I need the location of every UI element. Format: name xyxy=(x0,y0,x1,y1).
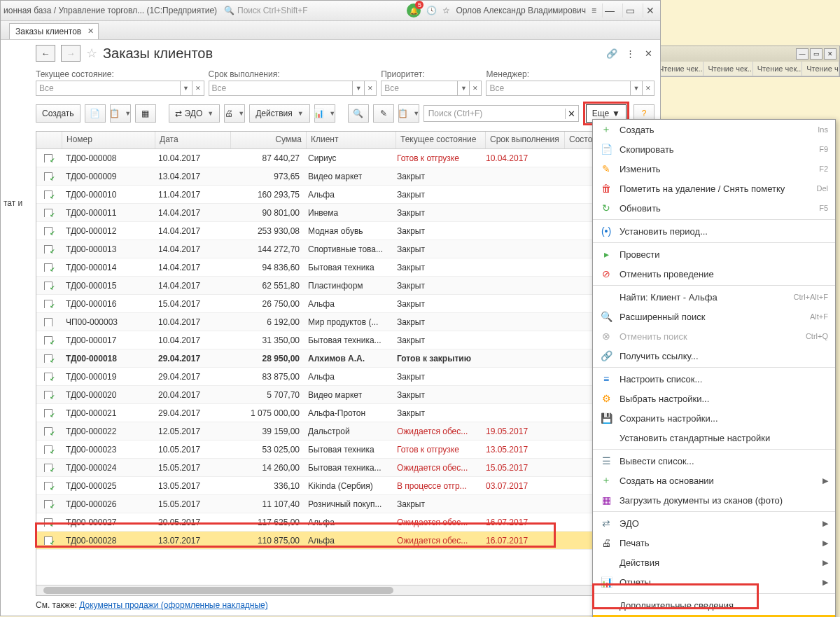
menu-item[interactable]: Установить стандартные настройки xyxy=(593,428,835,448)
menu-item[interactable]: Действия▶ xyxy=(593,553,835,572)
bg-close[interactable]: ✕ xyxy=(824,48,836,60)
tab-close-icon[interactable]: ✕ xyxy=(88,27,94,36)
menu-item[interactable]: 🔗Получить ссылку... xyxy=(593,346,835,366)
menu-item[interactable]: 🗑Пометить на удаление / Снять пометкуDel xyxy=(593,179,835,198)
star-icon[interactable]: ☆ xyxy=(442,6,450,15)
table-row[interactable]: ТД00-00000913.04.2017973,65Видео маркетЗ… xyxy=(36,167,654,186)
maximize-button[interactable]: ▭ xyxy=(622,4,637,18)
clear-icon[interactable]: ✕ xyxy=(364,81,376,95)
menu-item[interactable]: 📄СкопироватьF9 xyxy=(593,139,835,159)
dropdown-icon[interactable]: ▼ xyxy=(630,81,642,95)
menu-item[interactable]: 🖨Печать▶ xyxy=(593,533,835,553)
table-row[interactable]: ТД00-00001414.04.201794 836,60Бытовая те… xyxy=(36,258,654,277)
table-row[interactable]: ЧП00-00000310.04.20176 192,00Мир продукт… xyxy=(36,313,654,331)
menu-item[interactable]: ✎ИзменитьF2 xyxy=(593,159,835,179)
menu-item[interactable]: ≡Настроить список... xyxy=(593,369,835,389)
print-button[interactable]: 🖨▼ xyxy=(224,104,245,123)
scrollbar-horizontal[interactable] xyxy=(36,585,654,595)
table-row[interactable]: ТД00-00002720.05.2017117 625,00АльфаОжид… xyxy=(36,513,654,532)
page-close-icon[interactable]: ✕ xyxy=(642,47,654,60)
bg-maximize[interactable]: ▭ xyxy=(810,48,822,60)
table-row[interactable]: ТД00-00002129.04.20171 075 000,00Альфа-П… xyxy=(36,404,654,422)
filter-due-input[interactable]: Все▼✕ xyxy=(209,81,377,96)
create-button[interactable]: Создать xyxy=(36,104,80,123)
table-row[interactable]: ТД00-00000810.04.201787 440,27СириусГото… xyxy=(36,149,654,167)
table-body[interactable]: ТД00-00000810.04.201787 440,27СириусГото… xyxy=(36,149,654,585)
notifications-badge[interactable]: 🔔5 xyxy=(407,4,421,18)
menu-item[interactable]: ⊘Отменить проведение xyxy=(593,264,835,284)
link-icon[interactable]: 🔗 xyxy=(606,47,618,60)
menu-item[interactable]: 💾Сохранить настройки... xyxy=(593,408,835,428)
filter-manager-input[interactable]: Все▼✕ xyxy=(486,81,654,96)
menu-item[interactable]: ＋Создать на основании▶ xyxy=(593,471,835,490)
dropdown-icon[interactable]: ▼ xyxy=(180,81,192,95)
menu-item[interactable]: 📊Отчеты▶ xyxy=(593,572,835,592)
search-clear-icon[interactable]: ✕ xyxy=(565,109,578,119)
reports-button[interactable]: 📊▼ xyxy=(314,104,335,123)
col-number[interactable]: Номер xyxy=(62,132,155,148)
filter-priority-input[interactable]: Все▼✕ xyxy=(381,81,482,96)
table-row[interactable]: ТД00-00001929.04.201783 875,00АльфаЗакры… xyxy=(36,368,654,386)
user-name[interactable]: Орлов Александр Владимирович xyxy=(456,6,586,15)
favorite-star-icon[interactable]: ☆ xyxy=(86,46,97,61)
col-state[interactable]: Текущее состояние xyxy=(396,132,486,148)
menu-item[interactable]: ⚙Выбрать настройки... xyxy=(593,389,835,408)
table-search[interactable]: Поиск (Ctrl+F) ✕ xyxy=(424,105,579,122)
menu-item[interactable]: ⇄ЭДО▶ xyxy=(593,513,835,533)
tab-orders[interactable]: Заказы клиентов ✕ xyxy=(9,23,99,39)
edo-button[interactable]: ⇄ ЭДО▼ xyxy=(169,104,220,123)
menu-item[interactable]: (•)Установить период... xyxy=(593,221,835,241)
table-row[interactable]: ТД00-00001011.04.2017160 293,75АльфаЗакр… xyxy=(36,186,654,204)
status-button[interactable]: 📋▼ xyxy=(110,104,131,123)
table-row[interactable]: ТД00-00001710.04.201731 350,00Бытовая те… xyxy=(36,331,654,349)
table-row[interactable]: ТД00-00002813.07.2017110 875,00АльфаОжид… xyxy=(36,532,654,550)
menu-item[interactable]: ↻ОбновитьF5 xyxy=(593,198,835,218)
menu-item[interactable]: 🔍Расширенный поискAlt+F xyxy=(593,307,835,326)
table-row[interactable]: ТД00-00001829.04.201728 950,00Алхимов А.… xyxy=(36,349,654,368)
bg-tab[interactable]: Чтение ч xyxy=(802,62,839,76)
nav-forward-button[interactable]: → xyxy=(61,45,80,62)
see-also-link[interactable]: Документы продажи (оформленные накладные… xyxy=(79,600,268,610)
based-on-button[interactable]: 📋▼ xyxy=(398,104,419,123)
clear-icon[interactable]: ✕ xyxy=(642,81,654,95)
nav-back-button[interactable]: ← xyxy=(36,45,55,62)
bg-tab[interactable]: Чтение чек... xyxy=(753,62,802,76)
menu-item[interactable]: ＋СоздатьIns xyxy=(593,120,835,139)
dropdown-icon[interactable]: ▼ xyxy=(457,81,469,95)
menu-item[interactable]: ⊗Отменить поискCtrl+Q xyxy=(593,326,835,346)
more-dots-icon[interactable]: ⋮ xyxy=(624,47,636,60)
table-row[interactable]: ТД00-00001514.04.201762 551,80Пластинфор… xyxy=(36,277,654,295)
col-due[interactable]: Срок выполнения xyxy=(486,132,565,148)
menu-item[interactable]: Дополнительные сведения xyxy=(593,595,835,615)
table-row[interactable]: ТД00-00001114.04.201790 801,00ИнвемаЗакр… xyxy=(36,204,654,222)
bg-minimize[interactable]: — xyxy=(796,48,808,60)
menu-item[interactable]: Найти: Клиент - АльфаCtrl+Alt+F xyxy=(593,287,835,307)
history-icon[interactable]: 🕓 xyxy=(426,6,437,15)
col-date[interactable]: Дата xyxy=(155,132,231,148)
user-menu-icon[interactable]: ≡ xyxy=(592,6,596,15)
table-row[interactable]: ТД00-00001314.04.2017144 272,70Спортивны… xyxy=(36,240,654,258)
col-client[interactable]: Клиент xyxy=(307,132,396,148)
global-search[interactable]: 🔍 Поиск Ctrl+Shift+F xyxy=(224,6,379,15)
table-row[interactable]: ТД00-00002615.05.201711 107,40Розничный … xyxy=(36,495,654,513)
scrollbar-thumb[interactable] xyxy=(43,587,393,594)
col-sum[interactable]: Сумма xyxy=(231,132,307,148)
menu-item[interactable]: ☰Вывести список... xyxy=(593,451,835,471)
close-button[interactable]: ✕ xyxy=(643,4,657,18)
copy-button[interactable]: 📄 xyxy=(85,104,106,123)
table-row[interactable]: ТД00-00002020.04.20175 707,70Видео марке… xyxy=(36,386,654,404)
bg-tab[interactable]: Чтение чек... xyxy=(704,62,752,76)
minimize-button[interactable]: — xyxy=(602,4,617,18)
dropdown-icon[interactable]: ▼ xyxy=(352,81,364,95)
table-row[interactable]: ТД00-00002415.05.201714 260,00Бытовая те… xyxy=(36,459,654,477)
edit-button[interactable]: ✎ xyxy=(373,104,394,123)
actions-button[interactable]: Действия▼ xyxy=(249,104,310,123)
find-button[interactable]: 🔍 xyxy=(348,104,369,123)
clear-icon[interactable]: ✕ xyxy=(192,81,204,95)
table-row[interactable]: ТД00-00002310.05.201753 025,00Бытовая те… xyxy=(36,441,654,459)
menu-item[interactable]: ▦Загрузить документы из сканов (фото) xyxy=(593,490,835,510)
table-row[interactable]: ТД00-00001615.04.201726 750,00АльфаЗакры… xyxy=(36,295,654,313)
table-row[interactable]: ТД00-00002212.05.201739 159,00ДальстройО… xyxy=(36,422,654,441)
table-row[interactable]: ТД00-00001214.04.2017253 930,08Модная об… xyxy=(36,222,654,240)
filter-state-input[interactable]: Все▼✕ xyxy=(36,81,204,96)
